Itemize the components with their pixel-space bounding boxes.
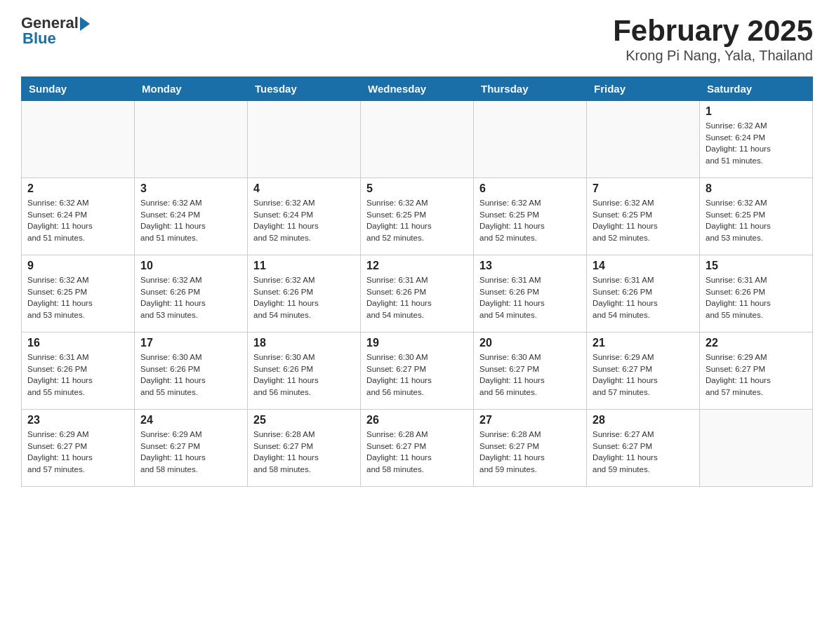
- calendar-cell: 1Sunrise: 6:32 AM Sunset: 6:24 PM Daylig…: [700, 101, 813, 178]
- day-number: 9: [27, 260, 128, 272]
- day-number: 22: [706, 337, 807, 349]
- calendar-cell: 2Sunrise: 6:32 AM Sunset: 6:24 PM Daylig…: [22, 178, 135, 255]
- calendar-cell: 4Sunrise: 6:32 AM Sunset: 6:24 PM Daylig…: [248, 178, 361, 255]
- calendar-cell: 18Sunrise: 6:30 AM Sunset: 6:26 PM Dayli…: [248, 333, 361, 410]
- logo-arrow-icon: [80, 17, 90, 31]
- day-info: Sunrise: 6:31 AM Sunset: 6:26 PM Dayligh…: [366, 274, 468, 321]
- title-block: February 2025 Krong Pi Nang, Yala, Thail…: [613, 14, 813, 64]
- day-info: Sunrise: 6:32 AM Sunset: 6:26 PM Dayligh…: [140, 274, 241, 321]
- calendar-cell: 10Sunrise: 6:32 AM Sunset: 6:26 PM Dayli…: [135, 255, 248, 333]
- day-info: Sunrise: 6:32 AM Sunset: 6:25 PM Dayligh…: [593, 197, 694, 244]
- calendar-cell: 5Sunrise: 6:32 AM Sunset: 6:25 PM Daylig…: [361, 178, 474, 255]
- day-number: 13: [479, 260, 581, 272]
- calendar-day-header: Friday: [587, 77, 700, 101]
- day-number: 8: [706, 182, 807, 195]
- day-info: Sunrise: 6:32 AM Sunset: 6:25 PM Dayligh…: [706, 197, 807, 244]
- calendar-header-row: SundayMondayTuesdayWednesdayThursdayFrid…: [22, 77, 813, 101]
- day-info: Sunrise: 6:32 AM Sunset: 6:24 PM Dayligh…: [706, 120, 807, 167]
- day-info: Sunrise: 6:32 AM Sunset: 6:24 PM Dayligh…: [27, 197, 128, 244]
- day-info: Sunrise: 6:28 AM Sunset: 6:27 PM Dayligh…: [253, 429, 355, 476]
- day-number: 27: [479, 414, 581, 427]
- calendar-day-header: Sunday: [22, 77, 135, 101]
- logo-blue-text: Blue: [22, 29, 56, 48]
- day-number: 21: [593, 337, 694, 349]
- day-info: Sunrise: 6:32 AM Sunset: 6:25 PM Dayligh…: [27, 274, 128, 321]
- calendar-cell: 8Sunrise: 6:32 AM Sunset: 6:25 PM Daylig…: [700, 178, 813, 255]
- calendar-cell: 14Sunrise: 6:31 AM Sunset: 6:26 PM Dayli…: [587, 255, 700, 333]
- day-info: Sunrise: 6:29 AM Sunset: 6:27 PM Dayligh…: [706, 351, 807, 398]
- day-number: 26: [366, 414, 468, 427]
- day-info: Sunrise: 6:30 AM Sunset: 6:26 PM Dayligh…: [140, 351, 241, 398]
- day-info: Sunrise: 6:32 AM Sunset: 6:24 PM Dayligh…: [253, 197, 355, 244]
- calendar-cell: [135, 101, 248, 178]
- calendar-cell: [587, 101, 700, 178]
- calendar-cell: 20Sunrise: 6:30 AM Sunset: 6:27 PM Dayli…: [474, 333, 587, 410]
- page-subtitle: Krong Pi Nang, Yala, Thailand: [613, 48, 813, 64]
- day-info: Sunrise: 6:31 AM Sunset: 6:26 PM Dayligh…: [27, 351, 128, 398]
- day-info: Sunrise: 6:32 AM Sunset: 6:25 PM Dayligh…: [366, 197, 468, 244]
- day-info: Sunrise: 6:32 AM Sunset: 6:24 PM Dayligh…: [140, 197, 241, 244]
- day-info: Sunrise: 6:29 AM Sunset: 6:27 PM Dayligh…: [27, 429, 128, 476]
- day-number: 17: [140, 337, 241, 349]
- calendar-cell: 21Sunrise: 6:29 AM Sunset: 6:27 PM Dayli…: [587, 333, 700, 410]
- calendar-day-header: Monday: [135, 77, 248, 101]
- calendar-cell: 12Sunrise: 6:31 AM Sunset: 6:26 PM Dayli…: [361, 255, 474, 333]
- calendar-cell: [700, 410, 813, 487]
- calendar-cell: 28Sunrise: 6:27 AM Sunset: 6:27 PM Dayli…: [587, 410, 700, 487]
- day-number: 5: [366, 182, 468, 195]
- calendar-cell: 7Sunrise: 6:32 AM Sunset: 6:25 PM Daylig…: [587, 178, 700, 255]
- calendar-cell: 3Sunrise: 6:32 AM Sunset: 6:24 PM Daylig…: [135, 178, 248, 255]
- calendar-cell: [248, 101, 361, 178]
- calendar-cell: [361, 101, 474, 178]
- day-number: 18: [253, 337, 355, 349]
- calendar-cell: 15Sunrise: 6:31 AM Sunset: 6:26 PM Dayli…: [700, 255, 813, 333]
- day-info: Sunrise: 6:31 AM Sunset: 6:26 PM Dayligh…: [479, 274, 581, 321]
- day-number: 23: [27, 414, 128, 427]
- calendar-cell: 22Sunrise: 6:29 AM Sunset: 6:27 PM Dayli…: [700, 333, 813, 410]
- day-info: Sunrise: 6:29 AM Sunset: 6:27 PM Dayligh…: [593, 351, 694, 398]
- calendar-cell: [22, 101, 135, 178]
- calendar-cell: 26Sunrise: 6:28 AM Sunset: 6:27 PM Dayli…: [361, 410, 474, 487]
- day-info: Sunrise: 6:27 AM Sunset: 6:27 PM Dayligh…: [593, 429, 694, 476]
- day-number: 7: [593, 182, 694, 195]
- calendar-day-header: Tuesday: [248, 77, 361, 101]
- calendar-week-row: 9Sunrise: 6:32 AM Sunset: 6:25 PM Daylig…: [22, 255, 813, 333]
- calendar-cell: 25Sunrise: 6:28 AM Sunset: 6:27 PM Dayli…: [248, 410, 361, 487]
- day-number: 11: [253, 260, 355, 272]
- day-info: Sunrise: 6:32 AM Sunset: 6:26 PM Dayligh…: [253, 274, 355, 321]
- day-info: Sunrise: 6:28 AM Sunset: 6:27 PM Dayligh…: [479, 429, 581, 476]
- day-info: Sunrise: 6:30 AM Sunset: 6:27 PM Dayligh…: [479, 351, 581, 398]
- day-number: 1: [706, 105, 807, 118]
- calendar-cell: 16Sunrise: 6:31 AM Sunset: 6:26 PM Dayli…: [22, 333, 135, 410]
- day-number: 25: [253, 414, 355, 427]
- day-number: 19: [366, 337, 468, 349]
- logo: General Blue: [21, 14, 90, 48]
- calendar-week-row: 23Sunrise: 6:29 AM Sunset: 6:27 PM Dayli…: [22, 410, 813, 487]
- day-info: Sunrise: 6:29 AM Sunset: 6:27 PM Dayligh…: [140, 429, 241, 476]
- day-info: Sunrise: 6:28 AM Sunset: 6:27 PM Dayligh…: [366, 429, 468, 476]
- calendar-cell: 9Sunrise: 6:32 AM Sunset: 6:25 PM Daylig…: [22, 255, 135, 333]
- calendar-cell: 11Sunrise: 6:32 AM Sunset: 6:26 PM Dayli…: [248, 255, 361, 333]
- day-number: 20: [479, 337, 581, 349]
- day-number: 4: [253, 182, 355, 195]
- calendar-cell: 6Sunrise: 6:32 AM Sunset: 6:25 PM Daylig…: [474, 178, 587, 255]
- calendar-cell: 17Sunrise: 6:30 AM Sunset: 6:26 PM Dayli…: [135, 333, 248, 410]
- day-number: 6: [479, 182, 581, 195]
- day-number: 28: [593, 414, 694, 427]
- day-number: 14: [593, 260, 694, 272]
- calendar-cell: 13Sunrise: 6:31 AM Sunset: 6:26 PM Dayli…: [474, 255, 587, 333]
- calendar-week-row: 1Sunrise: 6:32 AM Sunset: 6:24 PM Daylig…: [22, 101, 813, 178]
- calendar-cell: 24Sunrise: 6:29 AM Sunset: 6:27 PM Dayli…: [135, 410, 248, 487]
- day-info: Sunrise: 6:30 AM Sunset: 6:26 PM Dayligh…: [253, 351, 355, 398]
- calendar-day-header: Wednesday: [361, 77, 474, 101]
- day-number: 24: [140, 414, 241, 427]
- day-info: Sunrise: 6:31 AM Sunset: 6:26 PM Dayligh…: [593, 274, 694, 321]
- page-header: General Blue February 2025 Krong Pi Nang…: [21, 14, 813, 64]
- calendar-week-row: 2Sunrise: 6:32 AM Sunset: 6:24 PM Daylig…: [22, 178, 813, 255]
- calendar-week-row: 16Sunrise: 6:31 AM Sunset: 6:26 PM Dayli…: [22, 333, 813, 410]
- day-number: 2: [27, 182, 128, 195]
- day-info: Sunrise: 6:32 AM Sunset: 6:25 PM Dayligh…: [479, 197, 581, 244]
- calendar-table: SundayMondayTuesdayWednesdayThursdayFrid…: [21, 76, 813, 487]
- calendar-cell: [474, 101, 587, 178]
- day-number: 3: [140, 182, 241, 195]
